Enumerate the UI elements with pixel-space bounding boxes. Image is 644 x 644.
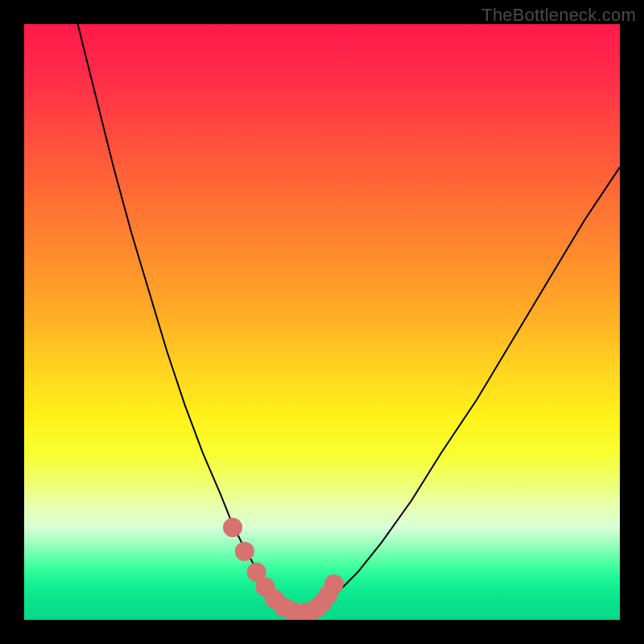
highlight-markers <box>223 518 344 620</box>
bottleneck-curve <box>78 24 620 613</box>
marker-dot <box>235 542 254 561</box>
curve-path <box>78 24 620 613</box>
marker-dot <box>223 518 242 537</box>
chart-frame: TheBottleneck.com <box>0 0 644 644</box>
chart-svg <box>24 24 620 620</box>
chart-plot-area <box>24 24 620 620</box>
marker-dot <box>324 575 344 594</box>
watermark-text: TheBottleneck.com <box>481 5 636 26</box>
